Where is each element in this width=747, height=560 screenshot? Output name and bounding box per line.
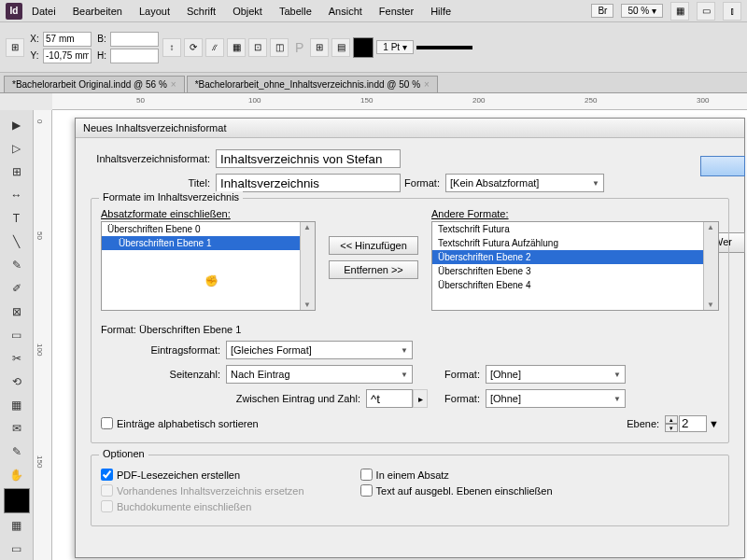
title-input[interactable] xyxy=(216,174,401,192)
between-label: Zwischen Eintrag und Zahl: xyxy=(101,393,366,404)
scrollbar[interactable] xyxy=(300,222,315,310)
one-para-checkbox[interactable] xyxy=(360,469,373,481)
control-bar: ⊞ X: Y: B: H: ↕ ⟳ ⫽ ▦ ⊡ ◫ P ⊞ ▤ 1 Pt ▾ xyxy=(0,22,747,73)
between-format-dropdown[interactable]: [Ohne]▼ xyxy=(486,389,626,408)
toolbox: ▶ ▷ ⊞ ↔ T ╲ ✎ ✐ ⊠ ▭ ✂ ⟲ ▦ ✉ ✎ ✋ ▦ ▭ xyxy=(0,110,34,560)
app-icon: Id xyxy=(6,3,22,20)
list-item[interactable]: Überschriften Ebene 1 xyxy=(102,236,315,250)
menu-schrift[interactable]: Schrift xyxy=(179,4,223,19)
tool-icon[interactable]: ⊡ xyxy=(248,38,267,57)
tool-icon[interactable]: ▤ xyxy=(331,38,350,57)
pagenum-format-label: Format: xyxy=(413,369,486,380)
doc-tab[interactable]: *Bachelorarbeit_ohne_Inhaltsverzeichnis.… xyxy=(187,76,438,92)
ruler-vertical: 0 50 100 150 xyxy=(34,110,52,560)
between-input[interactable] xyxy=(366,389,413,408)
tool-icon[interactable]: ◫ xyxy=(270,38,289,57)
detail-format-label: Format: Überschriften Ebene 1 xyxy=(101,324,719,335)
level-label: Ebene: xyxy=(627,418,659,429)
include-label: Absatzformate einschließen: xyxy=(101,208,316,219)
view-mode-icon[interactable]: ▦ xyxy=(670,2,689,21)
menu-datei[interactable]: Datei xyxy=(24,4,63,19)
pagenum-format-dropdown[interactable]: [Ohne]▼ xyxy=(486,365,626,384)
tool-icon[interactable]: ↕ xyxy=(162,38,181,57)
tool-icon[interactable]: ⟳ xyxy=(184,38,203,57)
zoom-dropdown[interactable]: 50 % ▾ xyxy=(621,4,663,18)
scissors-tool-icon[interactable]: ✂ xyxy=(4,348,30,370)
between-format-label: Format: xyxy=(428,393,486,404)
list-item[interactable]: Überschriften Ebene 0 xyxy=(102,222,315,236)
title-format-dropdown[interactable]: [Kein Absatzformat]▼ xyxy=(445,174,604,192)
hidden-layers-checkbox[interactable] xyxy=(360,484,373,497)
reference-point-icon[interactable]: ⊞ xyxy=(6,38,24,57)
bridge-button[interactable]: Br xyxy=(591,4,613,18)
y-input[interactable] xyxy=(43,49,92,63)
menu-fenster[interactable]: Fenster xyxy=(372,4,421,19)
pagenum-dropdown[interactable]: Nach Eintrag▼ xyxy=(226,365,413,384)
ok-button[interactable] xyxy=(700,156,745,176)
level-spinner[interactable]: ▴▾ ▼ xyxy=(665,415,719,432)
menu-ansicht[interactable]: Ansicht xyxy=(321,4,370,19)
list-item[interactable]: Überschriften Ebene 2 xyxy=(432,250,718,264)
hand-tool-icon[interactable]: ✋ xyxy=(4,465,30,486)
list-item[interactable]: Überschriften Ebene 4 xyxy=(432,278,718,292)
fill-swatch[interactable] xyxy=(353,37,374,58)
dialog-title: Neues Inhaltsverzeichnisformat xyxy=(76,119,744,138)
screen-mode-icon[interactable]: ▭ xyxy=(697,2,715,21)
include-listbox[interactable]: Überschriften Ebene 0 Überschriften Eben… xyxy=(101,221,316,311)
frame-tool-icon[interactable]: ⊠ xyxy=(4,301,30,323)
h-label: H: xyxy=(95,50,108,61)
toc-format-label: Inhaltsverzeichnisformat: xyxy=(91,153,216,164)
menu-layout[interactable]: Layout xyxy=(132,4,177,19)
note-tool-icon[interactable]: ✉ xyxy=(4,418,30,440)
list-item[interactable]: Überschriften Ebene 3 xyxy=(432,264,718,278)
tool-icon[interactable]: ⫽ xyxy=(205,38,224,57)
close-icon[interactable]: × xyxy=(171,79,176,90)
menu-hilfe[interactable]: Hilfe xyxy=(423,4,458,19)
pdf-bookmarks-checkbox[interactable] xyxy=(101,469,113,481)
eyedropper-tool-icon[interactable]: ✎ xyxy=(4,441,30,463)
add-button[interactable]: << Hinzufügen xyxy=(329,236,418,255)
direct-selection-tool-icon[interactable]: ▷ xyxy=(4,137,30,159)
apply-color-icon[interactable]: ▭ xyxy=(4,539,30,560)
type-tool-icon[interactable]: T xyxy=(4,207,30,229)
remove-button[interactable]: Entfernen >> xyxy=(329,260,418,279)
other-listbox[interactable]: Textschrift Futura Textschrift Futura Au… xyxy=(431,221,719,311)
page-tool-icon[interactable]: ⊞ xyxy=(4,161,30,182)
list-item[interactable]: Textschrift Futura Aufzählung xyxy=(432,236,718,250)
color-mode-icon[interactable]: ▦ xyxy=(4,515,30,537)
title-label: Titel: xyxy=(91,177,216,189)
stroke-style[interactable] xyxy=(416,46,472,49)
rectangle-tool-icon[interactable]: ▭ xyxy=(4,325,30,346)
paragraph-icon: P xyxy=(295,40,303,55)
sort-checkbox[interactable] xyxy=(101,417,113,429)
stroke-weight[interactable]: 1 Pt ▾ xyxy=(376,40,414,54)
list-item[interactable]: Textschrift Futura xyxy=(432,222,718,236)
gradient-tool-icon[interactable]: ▦ xyxy=(4,395,30,416)
h-input[interactable] xyxy=(110,49,159,63)
close-icon[interactable]: × xyxy=(424,79,430,90)
menu-tabelle[interactable]: Tabelle xyxy=(272,4,319,19)
scrollbar[interactable] xyxy=(703,222,718,310)
x-input[interactable] xyxy=(43,32,92,47)
flyout-icon[interactable]: ▸ xyxy=(413,389,428,408)
w-input[interactable] xyxy=(110,32,159,47)
menu-objekt[interactable]: Objekt xyxy=(225,4,270,19)
replace-toc-checkbox xyxy=(101,484,113,497)
tool-icon[interactable]: ⊞ xyxy=(310,38,329,57)
selection-tool-icon[interactable]: ▶ xyxy=(4,114,30,135)
arrange-icon[interactable]: ⫿ xyxy=(723,2,741,21)
menu-bearbeiten[interactable]: Bearbeiten xyxy=(65,4,130,19)
gap-tool-icon[interactable]: ↔ xyxy=(4,184,30,205)
entry-format-label: Eintragsformat: xyxy=(101,344,226,356)
sort-label: Einträge alphabetisch sortieren xyxy=(117,418,259,429)
line-tool-icon[interactable]: ╲ xyxy=(4,231,30,252)
transform-tool-icon[interactable]: ⟲ xyxy=(4,371,30,393)
format-label: Format: xyxy=(401,177,445,189)
pencil-tool-icon[interactable]: ✐ xyxy=(4,277,30,299)
toc-format-input[interactable] xyxy=(216,149,401,168)
fill-stroke-swatch[interactable] xyxy=(4,488,30,513)
doc-tab[interactable]: *Bachelorarbeit Original.indd @ 56 %× xyxy=(4,76,185,92)
pen-tool-icon[interactable]: ✎ xyxy=(4,254,30,275)
entry-format-dropdown[interactable]: [Gleiches Format]▼ xyxy=(226,341,413,359)
tool-icon[interactable]: ▦ xyxy=(227,38,246,57)
